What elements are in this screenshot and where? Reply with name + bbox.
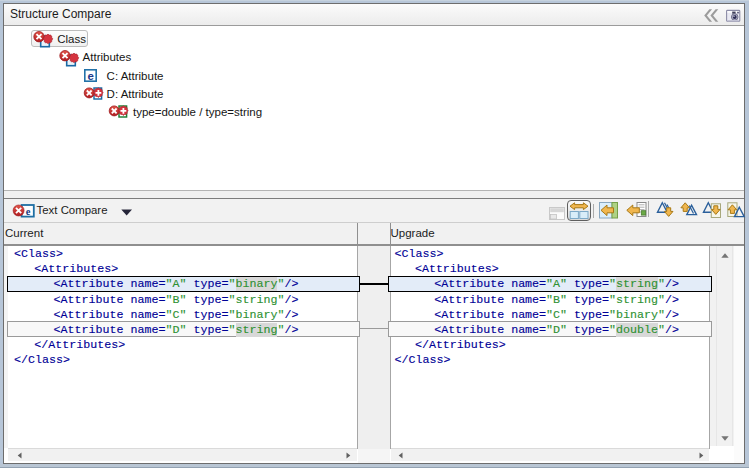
svg-text:e: e: [87, 70, 93, 82]
svg-text:e: e: [26, 206, 31, 217]
